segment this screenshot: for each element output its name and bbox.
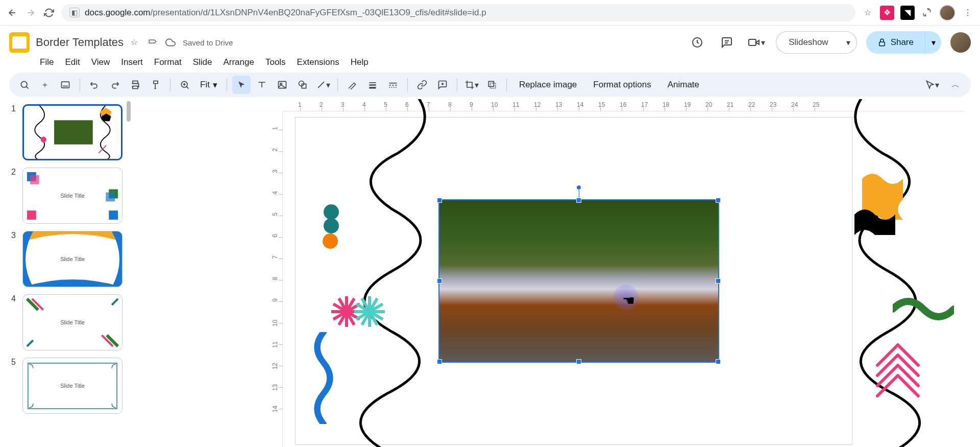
resize-handle-s[interactable]	[576, 359, 581, 364]
crop-icon[interactable]: ▾	[462, 76, 481, 94]
textbox-icon[interactable]	[253, 76, 271, 94]
slide-thumbnail-3[interactable]: Slide Title	[22, 231, 122, 287]
url-domain: docs.google.com	[85, 8, 151, 18]
dots-shape[interactable]	[321, 204, 341, 250]
select-tool-icon[interactable]	[232, 76, 251, 94]
replace-image-button[interactable]: Replace image	[512, 76, 584, 94]
resize-handle-se[interactable]	[716, 359, 721, 364]
menu-extensions[interactable]: Extensions	[297, 57, 339, 67]
resize-handle-sw[interactable]	[437, 359, 442, 364]
svg-rect-23	[391, 87, 393, 88]
filmstrip-scrollbar[interactable]	[127, 101, 131, 122]
menu-edit[interactable]: Edit	[65, 57, 80, 67]
format-options-button[interactable]: Format options	[586, 76, 658, 94]
resize-handle-e[interactable]	[716, 278, 721, 284]
slideshow-dropdown[interactable]: ▾	[841, 31, 857, 54]
move-icon[interactable]	[148, 37, 158, 48]
redo-icon[interactable]	[106, 76, 124, 94]
thumb-row: 4 Slide Title	[11, 294, 126, 350]
blue-squiggle[interactable]	[311, 332, 336, 424]
menu-slide[interactable]: Slide	[193, 57, 212, 67]
toolbar: ＋ Fit▾ ▾ ▾ Replace image Format options …	[9, 73, 971, 97]
line-icon[interactable]: ▾	[314, 76, 332, 94]
pink-chevrons[interactable]	[872, 342, 923, 398]
menu-format[interactable]: Format	[154, 57, 182, 67]
add-comment-icon[interactable]	[433, 76, 452, 94]
extension-loom-icon[interactable]: ❖	[880, 6, 894, 20]
star-icon[interactable]: ☆	[862, 7, 874, 19]
pointer-mode-icon[interactable]: ▾	[923, 76, 941, 94]
undo-icon[interactable]	[85, 76, 104, 94]
back-icon[interactable]	[6, 7, 18, 19]
share-dropdown[interactable]: ▾	[925, 31, 941, 54]
shape-icon[interactable]	[293, 76, 312, 94]
svg-rect-4	[879, 42, 885, 46]
site-info-icon[interactable]: ◧	[69, 8, 80, 17]
zoom-level[interactable]: Fit▾	[196, 76, 222, 94]
image-icon[interactable]	[273, 76, 291, 94]
slide-thumbnail-5[interactable]: Slide Title	[22, 358, 122, 414]
starburst-shape[interactable]	[331, 291, 393, 332]
doc-title[interactable]: Border Templates	[36, 36, 124, 49]
slide-canvas[interactable]: ☚	[296, 117, 852, 444]
animate-button[interactable]: Animate	[660, 76, 706, 94]
comment-icon[interactable]	[717, 32, 737, 53]
resize-handle-n[interactable]	[576, 198, 581, 203]
rotate-handle[interactable]	[576, 185, 581, 190]
border-dash-icon[interactable]	[384, 76, 402, 94]
history-icon[interactable]	[687, 32, 707, 53]
svg-rect-34	[27, 210, 36, 220]
svg-rect-31	[30, 175, 39, 184]
slide-thumbnail-2[interactable]: Slide Title	[22, 168, 122, 224]
zoom-icon[interactable]	[176, 76, 194, 94]
thumb-row: 3 Slide Title	[11, 231, 126, 287]
border-weight-icon[interactable]	[363, 76, 382, 94]
slide-thumbnail-1[interactable]	[22, 104, 122, 160]
menu-arrange[interactable]: Arrange	[223, 57, 254, 67]
extension-pocket-icon[interactable]: ◥	[900, 6, 915, 20]
meet-icon[interactable]: ▾	[746, 32, 767, 53]
thumb-num: 3	[11, 231, 18, 240]
menu-help[interactable]: Help	[351, 57, 369, 67]
svg-rect-16	[369, 84, 376, 86]
new-slide-icon[interactable]: ＋	[36, 76, 54, 94]
menu-file[interactable]: File	[40, 57, 54, 67]
reload-icon[interactable]	[43, 7, 55, 19]
filmstrip[interactable]: 1 2 Slide Title 3 Slide Title 4 Slide Ti	[0, 99, 133, 447]
green-wave[interactable]	[893, 296, 954, 322]
menu-tools[interactable]: Tools	[265, 57, 286, 67]
forward-icon[interactable]	[24, 7, 37, 19]
url-bar[interactable]: ◧ docs.google.com/presentation/d/1LXsnDN…	[61, 4, 855, 21]
slideshow-button[interactable]: Slideshow	[776, 31, 841, 54]
mask-icon[interactable]	[483, 76, 501, 94]
svg-point-38	[324, 218, 339, 233]
resize-handle-nw[interactable]	[437, 198, 442, 203]
selected-image[interactable]: ☚	[438, 199, 719, 363]
star-doc-icon[interactable]: ☆	[131, 37, 141, 48]
puzzle-icon[interactable]	[921, 7, 933, 19]
resize-handle-w[interactable]	[437, 278, 442, 284]
browser-bar: ◧ docs.google.com/presentation/d/1LXsnDN…	[0, 0, 980, 26]
slide-thumbnail-4[interactable]: Slide Title	[22, 294, 122, 350]
chrome-avatar[interactable]	[939, 5, 955, 21]
layout-icon[interactable]	[56, 76, 75, 94]
search-menus-icon[interactable]	[15, 76, 34, 94]
slides-logo-icon[interactable]	[9, 32, 30, 53]
resize-handle-ne[interactable]	[716, 198, 721, 203]
svg-rect-9	[133, 86, 138, 89]
menu-view[interactable]: View	[91, 57, 110, 67]
svg-point-37	[324, 204, 339, 220]
puzzle-shape[interactable]	[852, 169, 913, 235]
paint-format-icon[interactable]	[146, 76, 165, 94]
kebab-icon[interactable]: ⋮	[962, 7, 974, 19]
cloud-icon[interactable]	[165, 37, 176, 48]
share-button[interactable]: Share	[866, 31, 925, 54]
print-icon[interactable]	[126, 76, 144, 94]
link-icon[interactable]	[413, 76, 431, 94]
collapse-toolbar-icon[interactable]: ︿	[946, 76, 965, 94]
border-color-icon[interactable]	[343, 76, 361, 94]
canvas-area[interactable]: 1234567891011121314151617181920212223242…	[133, 99, 980, 447]
account-avatar[interactable]	[950, 32, 971, 53]
menu-bar: File Edit View Insert Format Slide Arran…	[0, 55, 980, 73]
menu-insert[interactable]: Insert	[121, 57, 143, 67]
